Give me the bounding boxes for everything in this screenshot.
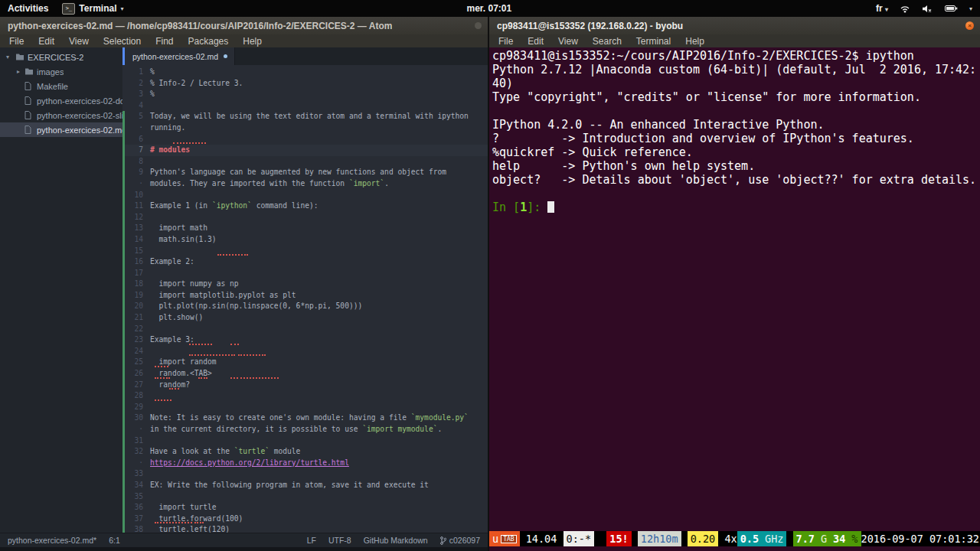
atom-menu-file[interactable]: File	[9, 36, 24, 47]
terminal-line: IPython 4.2.0 -- An enhanced Interactive…	[492, 118, 980, 132]
atom-menu-selection[interactable]: Selection	[103, 36, 141, 47]
editor-line[interactable]: 16Example 2:	[122, 256, 488, 268]
editor-line[interactable]: 10	[122, 190, 488, 201]
editor-line[interactable]: 34EX: Write the following program in ato…	[122, 480, 488, 491]
line-number: 26	[125, 368, 143, 380]
status-utf-8[interactable]: UTF-8	[328, 536, 351, 545]
editor-line[interactable]: 28	[122, 390, 488, 402]
terminal-menu-file[interactable]: File	[498, 36, 513, 47]
byobu-spacer	[594, 531, 606, 546]
tab-python-exercices-02-md[interactable]: python-exercices-02.md	[122, 47, 235, 65]
editor-line[interactable]: 5Today, we will be using the text editor…	[122, 111, 488, 122]
app-menu[interactable]: >_ Terminal ▾	[62, 3, 123, 15]
status-lf[interactable]: LF	[307, 536, 316, 545]
git-branch-icon	[440, 536, 446, 545]
editor-line[interactable]: 7# modules	[122, 145, 488, 156]
editor-line[interactable]: ·modules. They are imported with the fun…	[122, 178, 488, 190]
chevron-down-icon: ▾	[120, 5, 123, 12]
editor-line[interactable]: 26 random.<TAB>	[122, 368, 488, 380]
editor-line[interactable]: 25 import random	[122, 357, 488, 368]
terminal-menu-view[interactable]: View	[558, 36, 578, 47]
spellcheck-squiggle	[155, 399, 172, 401]
line-number: 38	[125, 524, 143, 533]
line-number: 31	[125, 435, 143, 447]
editor-line[interactable]: 14 math.sin(1.3)	[122, 234, 488, 246]
editor-line[interactable]: 19 import matplotlib.pyplot as plt	[122, 290, 488, 302]
editor-line[interactable]: 8	[122, 156, 488, 168]
activities-button[interactable]: Activities	[8, 3, 48, 14]
tree-item-python-exercices-02-doc-html[interactable]: python-exercices-02-doc.html	[0, 93, 122, 108]
byobu-cpu-frequency: 0.5	[737, 531, 762, 546]
editor-line[interactable]: 32Have a look at the `turtle` module	[122, 446, 488, 458]
terminal-output[interactable]: cp983411@is153352:~/cours/AIP2016/Info-2…	[489, 47, 980, 531]
editor-line[interactable]: 2% Info-2 / Lecture 3.	[122, 78, 488, 90]
wifi-icon[interactable]	[900, 5, 910, 13]
editor-line[interactable]: 12	[122, 212, 488, 223]
tree-item-images[interactable]: ▸images	[0, 64, 122, 79]
line-content: import matplotlib.pyplot as plt	[150, 290, 296, 302]
terminal-menu-terminal[interactable]: Terminal	[636, 36, 671, 47]
volume-muted-icon[interactable]	[922, 5, 933, 13]
tree-item-python-exercices-02-slides-html[interactable]: python-exercices-02-slides.html	[0, 108, 122, 122]
terminal-titlebar[interactable]: cp983411@is153352 (192.168.0.22) - byobu…	[489, 17, 980, 34]
editor-line[interactable]: 6	[122, 134, 488, 145]
editor-line[interactable]: 31	[122, 435, 488, 447]
terminal-menu-search[interactable]: Search	[593, 36, 622, 47]
editor-line[interactable]: 23Example 3:	[122, 334, 488, 346]
editor-line[interactable]: ·in the current directory, it is possibl…	[122, 424, 488, 435]
terminal-close-button[interactable]: ×	[965, 21, 974, 30]
tree-item-label: images	[37, 67, 64, 77]
editor-line[interactable]: 37 turtle.forward(100)	[122, 514, 488, 525]
atom-menu-edit[interactable]: Edit	[38, 36, 54, 47]
git-branch[interactable]: c026097	[440, 536, 480, 545]
terminal-prompt-line[interactable]: In [1]:	[492, 201, 980, 214]
editor-line[interactable]: 9Python's language can be augmented by n…	[122, 167, 488, 178]
atom-status-bar: python-exercices-02.md* 6:1 LFUTF-8GitHu…	[0, 533, 488, 547]
byobu-session-indicator: 0:-*	[564, 531, 595, 546]
editor-line[interactable]: ·running.	[122, 122, 488, 134]
editor-line[interactable]: 33	[122, 468, 488, 480]
editor-line[interactable]: 4	[122, 100, 488, 112]
terminal-menu-edit[interactable]: Edit	[528, 36, 544, 47]
tree-item-makefile[interactable]: Makefile	[0, 79, 122, 93]
byobu-memory-unit: G	[818, 531, 830, 546]
editor-line[interactable]: 38 turtle.left(120)	[122, 524, 488, 533]
editor-line[interactable]: 13 import math	[122, 223, 488, 234]
atom-close-button[interactable]	[475, 22, 482, 29]
editor-line[interactable]: 30Note: It is easy to create one's own m…	[122, 412, 488, 424]
editor-line[interactable]: 17	[122, 268, 488, 279]
clock[interactable]: mer. 07:01	[466, 3, 511, 14]
editor-line[interactable]: 36 import turtle	[122, 502, 488, 514]
atom-menu-packages[interactable]: Packages	[188, 36, 229, 47]
editor-line[interactable]: 22	[122, 324, 488, 335]
editor-line[interactable]: 20 plt.plot(np.sin(np.linspace(0, 6*np.p…	[122, 301, 488, 312]
atom-menu-find[interactable]: Find	[155, 36, 173, 47]
editor-line[interactable]: 3%	[122, 89, 488, 100]
keyboard-layout-indicator[interactable]: fr ▾	[876, 3, 888, 14]
status-cursor-position[interactable]: 6:1	[109, 536, 120, 545]
editor-line[interactable]: 27 random?	[122, 380, 488, 391]
atom-menu-help[interactable]: Help	[243, 36, 262, 47]
editor-line[interactable]: 24	[122, 346, 488, 357]
line-number: 6	[125, 134, 143, 145]
editor-line[interactable]: ·https://docs.python.org/2/library/turtl…	[122, 458, 488, 469]
editor[interactable]: 1%2% Info-2 / Lecture 3.3%45Today, we wi…	[122, 65, 488, 533]
terminal-menu-help[interactable]: Help	[685, 36, 704, 47]
editor-line[interactable]: 11Example 1 (in `ipython` command line):	[122, 201, 488, 212]
editor-line[interactable]: 35	[122, 491, 488, 503]
system-menu-chevron-icon[interactable]: ▾	[969, 5, 972, 12]
editor-line[interactable]: 1%	[122, 67, 488, 78]
editor-line[interactable]: 18 import numpy as np	[122, 279, 488, 290]
terminal-line: %quickref -> Quick reference.	[492, 145, 980, 159]
tree-root-folder[interactable]: ▾ EXERCICES-2	[0, 50, 122, 64]
status-github-markdown[interactable]: GitHub Markdown	[364, 536, 428, 545]
editor-line[interactable]: 21 plt.show()	[122, 312, 488, 324]
atom-titlebar[interactable]: python-exercices-02.md — /home/cp983411/…	[0, 17, 488, 34]
battery-icon[interactable]	[945, 5, 958, 12]
atom-menubar: FileEditViewSelectionFindPackagesHelp	[0, 34, 488, 47]
tree-item-python-exercices-02-md[interactable]: python-exercices-02.md	[0, 122, 122, 137]
editor-line[interactable]: 15	[122, 246, 488, 257]
editor-line[interactable]: 29	[122, 402, 488, 413]
line-content: Example 2:	[150, 256, 194, 268]
atom-menu-view[interactable]: View	[69, 36, 89, 47]
